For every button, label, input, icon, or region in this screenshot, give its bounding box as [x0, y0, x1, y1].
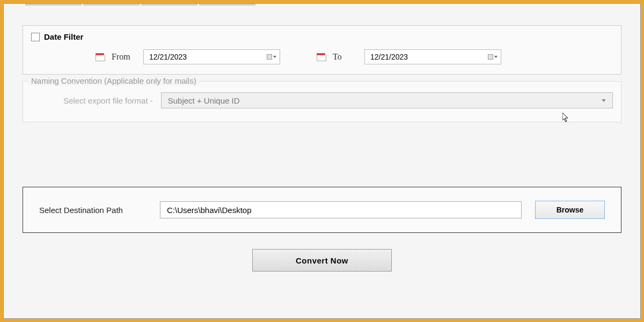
chevron-down-icon [602, 99, 606, 102]
to-date-field[interactable] [364, 49, 501, 64]
to-label: To [333, 52, 357, 62]
naming-convention-legend: Naming Convention (Applicable only for m… [28, 76, 199, 85]
date-filter-checkbox[interactable] [31, 33, 40, 41]
export-format-select[interactable]: Subject + Unique ID [161, 92, 613, 108]
from-date-picker-button[interactable] [264, 50, 280, 64]
date-filter-header: Date Filter [31, 32, 613, 41]
chevron-down-icon [494, 56, 497, 58]
tab-item[interactable] [83, 4, 140, 5]
window-frame: Date Filter From To [0, 0, 644, 322]
from-date-field[interactable] [143, 49, 280, 64]
tab-item[interactable] [199, 4, 255, 5]
cursor-icon [562, 113, 570, 123]
convert-now-button[interactable]: Convert Now [252, 249, 392, 272]
chevron-down-icon [273, 56, 276, 58]
export-format-label: Select export file format - [63, 96, 153, 105]
main-panel: Date Filter From To [3, 3, 641, 319]
from-date-input[interactable] [144, 50, 264, 63]
destination-path-group: Select Destination Path Browse [23, 187, 621, 233]
from-label: From [112, 52, 136, 62]
calendar-icon [317, 53, 325, 61]
tab-item[interactable] [25, 4, 82, 5]
calendar-mini-icon [267, 54, 272, 60]
date-filter-title: Date Filter [44, 32, 83, 41]
browse-button[interactable]: Browse [535, 201, 605, 219]
export-format-value: Subject + Unique ID [168, 96, 602, 105]
to-date-input[interactable] [365, 50, 485, 63]
naming-convention-group: Naming Convention (Applicable only for m… [23, 81, 621, 122]
destination-path-input[interactable] [160, 201, 522, 218]
destination-label: Select Destination Path [39, 206, 147, 215]
action-row: Convert Now [23, 249, 621, 272]
calendar-mini-icon [488, 54, 493, 60]
tab-strip [25, 4, 255, 5]
calendar-icon [96, 53, 104, 61]
to-date-picker-button[interactable] [485, 50, 501, 64]
date-range-row: From To [31, 49, 613, 64]
date-filter-group: Date Filter From To [23, 25, 621, 75]
tab-item[interactable] [141, 4, 197, 5]
naming-row: Select export file format - Subject + Un… [31, 92, 613, 108]
